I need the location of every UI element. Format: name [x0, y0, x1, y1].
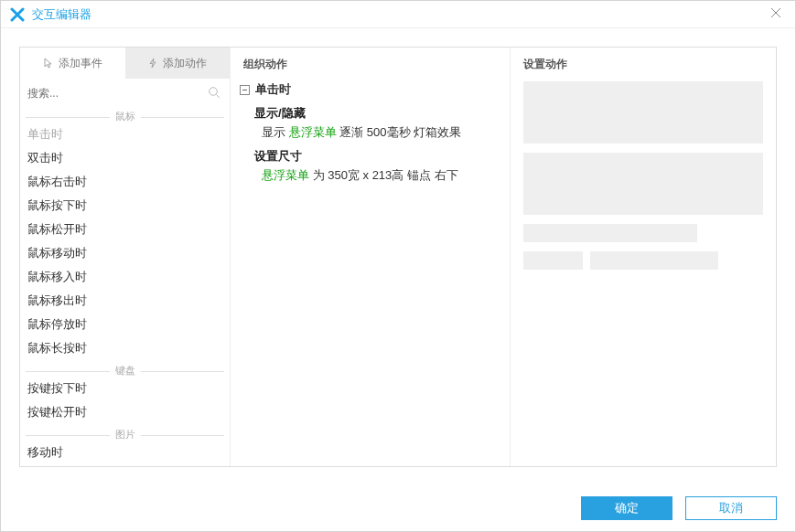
placeholder-block: [523, 153, 763, 215]
event-item[interactable]: 鼠标长按时: [20, 336, 230, 360]
collapse-icon[interactable]: [240, 85, 250, 95]
group-mouse: 鼠标: [20, 106, 230, 122]
group-mouse-label: 鼠标: [110, 110, 141, 123]
left-panel: 添加事件 添加动作 鼠标 单击时: [20, 48, 231, 466]
close-icon[interactable]: [769, 6, 786, 23]
set-action-header: 设置动作: [523, 57, 763, 81]
placeholder-block: [523, 251, 583, 270]
case-block: 单击时 显示/隐藏 显示 悬浮菜单 逐渐 500毫秒 灯箱效果 设置尺寸 悬浮菜…: [231, 80, 510, 189]
placeholder-block: [523, 224, 697, 242]
tab-add-action-label: 添加动作: [163, 56, 207, 71]
group-keyboard-label: 键盘: [110, 364, 141, 378]
action-group: 显示/隐藏 显示 悬浮菜单 逐渐 500毫秒 灯箱效果 设置尺寸 悬浮菜单 为 …: [236, 103, 504, 189]
event-item[interactable]: 鼠标右击时: [20, 170, 230, 194]
event-item[interactable]: 按键松开时: [20, 400, 230, 424]
search-input[interactable]: [26, 80, 224, 106]
footer: 确定 取消: [1, 485, 795, 531]
case-header[interactable]: 单击时: [236, 80, 504, 100]
lightning-icon: [147, 58, 158, 69]
event-item[interactable]: 鼠标停放时: [20, 313, 230, 336]
tab-add-event[interactable]: 添加事件: [20, 48, 125, 79]
group-image-label: 图片: [110, 428, 141, 442]
svg-point-0: [210, 88, 218, 96]
tab-add-action[interactable]: 添加动作: [125, 48, 231, 79]
search-row: [20, 79, 230, 106]
action-name[interactable]: 显示/隐藏: [254, 103, 504, 123]
event-list: 鼠标 单击时 双击时 鼠标右击时 鼠标按下时 鼠标松开时 鼠标移动时 鼠标移入时…: [20, 106, 230, 466]
action-line[interactable]: 悬浮菜单 为 350宽 x 213高 锚点 右下: [254, 166, 504, 189]
middle-panel: 组织动作 单击时 显示/隐藏 显示 悬浮菜单 逐渐 500毫秒 灯箱效果 设置尺…: [231, 48, 511, 466]
event-item[interactable]: 鼠标移出时: [20, 289, 230, 313]
event-item[interactable]: 鼠标按下时: [20, 194, 230, 218]
right-panel: 设置动作: [511, 48, 776, 466]
workspace: 添加事件 添加动作 鼠标 单击时: [1, 28, 795, 485]
action-line[interactable]: 显示 悬浮菜单 逐渐 500毫秒 灯箱效果: [254, 123, 504, 146]
placeholder-block: [523, 81, 763, 144]
event-item[interactable]: 双击时: [20, 146, 230, 170]
event-item[interactable]: 鼠标松开时: [20, 218, 230, 241]
search-icon[interactable]: [208, 86, 221, 101]
organize-actions-header: 组织动作: [231, 57, 510, 80]
placeholder-row: [523, 251, 763, 270]
window-title: 交互编辑器: [32, 6, 91, 23]
action-target: 悬浮菜单: [262, 168, 309, 182]
event-item[interactable]: 移动时: [20, 441, 230, 464]
left-tabs: 添加事件 添加动作: [20, 48, 230, 79]
panels: 添加事件 添加动作 鼠标 单击时: [19, 47, 777, 467]
group-image: 图片: [20, 424, 230, 441]
tab-add-event-label: 添加事件: [59, 56, 102, 71]
app-logo-icon: [10, 7, 25, 22]
action-target: 悬浮菜单: [289, 125, 337, 139]
cancel-button[interactable]: 取消: [685, 496, 777, 520]
placeholder-row: [523, 224, 763, 242]
group-keyboard: 键盘: [20, 360, 230, 377]
case-name: 单击时: [255, 81, 291, 98]
action-name[interactable]: 设置尺寸: [254, 146, 504, 166]
placeholder-block: [590, 251, 718, 270]
event-item[interactable]: 鼠标移入时: [20, 265, 230, 289]
titlebar: 交互编辑器: [1, 1, 795, 28]
ok-button[interactable]: 确定: [581, 496, 672, 520]
event-item[interactable]: 按键按下时: [20, 377, 230, 400]
event-item[interactable]: 单击时: [20, 122, 230, 146]
cursor-icon: [43, 58, 54, 69]
event-item[interactable]: 鼠标移动时: [20, 241, 230, 265]
